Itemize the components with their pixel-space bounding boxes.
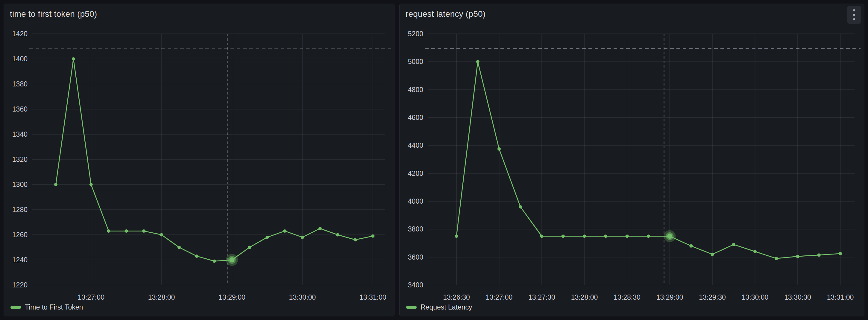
svg-text:4600: 4600 xyxy=(408,114,423,121)
svg-text:13:31:00: 13:31:00 xyxy=(360,293,386,301)
svg-text:13:30:00: 13:30:00 xyxy=(742,293,769,301)
svg-text:1420: 1420 xyxy=(12,30,28,38)
panel-time-to-first-token: time to first token (p50) 13:27:0013:28:… xyxy=(4,4,395,316)
legend: Time to First Token xyxy=(10,303,83,311)
dashboard: { "colors": { "page_bg": "#111217", "pan… xyxy=(0,0,868,320)
latency-chart[interactable]: 13:26:3013:27:0013:27:3013:28:0013:28:30… xyxy=(400,4,864,316)
panel-request-latency: request latency (p50) 13:26:3013:27:0013… xyxy=(399,4,864,316)
highlighted-point xyxy=(664,230,676,242)
kebab-menu-icon xyxy=(853,18,855,20)
svg-text:1360: 1360 xyxy=(12,105,28,113)
svg-text:13:29:30: 13:29:30 xyxy=(699,293,726,301)
grid xyxy=(32,34,384,285)
svg-text:1240: 1240 xyxy=(12,256,28,264)
legend-series-label: Request Latency xyxy=(421,303,472,311)
panel-menu-button[interactable] xyxy=(847,6,861,24)
svg-text:1400: 1400 xyxy=(12,55,28,63)
grid xyxy=(428,34,855,285)
svg-text:4800: 4800 xyxy=(408,86,423,94)
svg-text:13:29:00: 13:29:00 xyxy=(656,293,683,301)
series-points xyxy=(455,60,842,260)
legend-item-time-to-first-token[interactable]: Time to First Token xyxy=(10,303,83,311)
svg-text:13:26:30: 13:26:30 xyxy=(443,293,470,301)
panel-title: request latency (p50) xyxy=(406,9,486,19)
svg-text:1340: 1340 xyxy=(12,130,28,138)
svg-text:1260: 1260 xyxy=(12,231,28,239)
legend-series-label: Time to First Token xyxy=(25,303,83,311)
svg-text:13:28:00: 13:28:00 xyxy=(148,293,175,301)
highlighted-point xyxy=(226,254,238,266)
svg-text:13:27:30: 13:27:30 xyxy=(528,293,555,301)
svg-text:13:31:00: 13:31:00 xyxy=(827,293,854,301)
legend-series-swatch xyxy=(406,306,416,309)
kebab-menu-icon xyxy=(853,9,855,11)
svg-text:5200: 5200 xyxy=(408,30,423,38)
svg-text:1220: 1220 xyxy=(12,281,28,289)
svg-text:13:30:00: 13:30:00 xyxy=(289,293,316,301)
panel-title: time to first token (p50) xyxy=(10,9,97,19)
axis-labels: 13:27:0013:28:0013:29:0013:30:0013:31:00… xyxy=(12,30,386,301)
svg-text:1380: 1380 xyxy=(12,80,28,88)
series-points xyxy=(54,57,374,263)
legend-series-swatch xyxy=(10,306,21,309)
svg-text:13:28:30: 13:28:30 xyxy=(614,293,641,301)
svg-text:1280: 1280 xyxy=(12,206,28,214)
svg-text:13:27:00: 13:27:00 xyxy=(78,293,104,301)
svg-text:1300: 1300 xyxy=(12,181,28,188)
svg-text:13:29:00: 13:29:00 xyxy=(218,293,245,301)
svg-text:1320: 1320 xyxy=(12,156,28,163)
svg-text:4200: 4200 xyxy=(408,169,423,177)
svg-text:13:30:30: 13:30:30 xyxy=(784,293,811,301)
svg-text:13:28:00: 13:28:00 xyxy=(571,293,598,301)
ttft-chart[interactable]: 13:27:0013:28:0013:29:0013:30:0013:31:00… xyxy=(4,4,394,316)
svg-text:4400: 4400 xyxy=(408,141,423,149)
svg-text:3800: 3800 xyxy=(408,225,423,233)
svg-text:3600: 3600 xyxy=(408,253,423,261)
kebab-menu-icon xyxy=(853,14,855,16)
axis-labels: 13:26:3013:27:0013:27:3013:28:0013:28:30… xyxy=(408,30,854,301)
legend-item-request-latency[interactable]: Request Latency xyxy=(406,303,472,311)
series-line xyxy=(56,59,373,261)
svg-text:5000: 5000 xyxy=(408,58,423,65)
legend: Request Latency xyxy=(406,303,472,311)
svg-text:13:27:00: 13:27:00 xyxy=(486,293,513,301)
svg-text:3400: 3400 xyxy=(408,281,423,289)
svg-text:4000: 4000 xyxy=(408,197,423,205)
crosshair xyxy=(425,34,861,285)
